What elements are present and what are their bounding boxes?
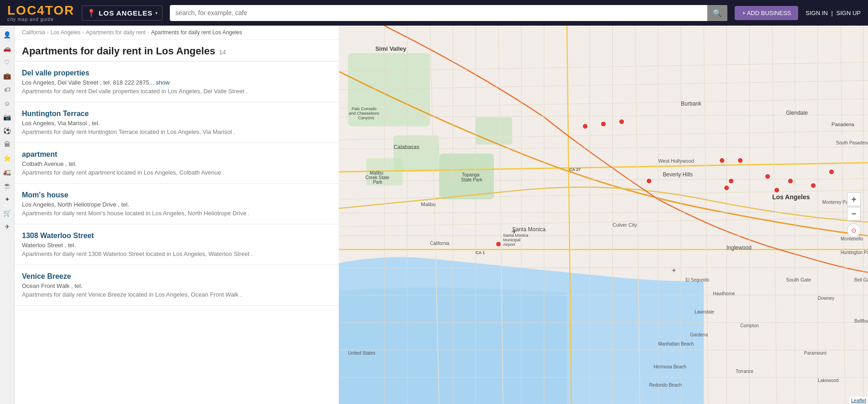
svg-text:Glendale: Glendale bbox=[786, 110, 808, 116]
zoom-out-button[interactable]: − bbox=[847, 207, 861, 221]
svg-point-87 bbox=[788, 178, 793, 184]
search-bar: 🔍 bbox=[170, 5, 727, 21]
city-name: LOS ANGELES bbox=[99, 9, 153, 17]
leaflet-link[interactable]: Leaflet bbox=[851, 398, 866, 403]
listing-item[interactable]: Huntington Terrace Los Angeles, Via Mari… bbox=[15, 102, 339, 143]
svg-text:Torrance: Torrance bbox=[736, 369, 753, 374]
svg-text:Pasadena: Pasadena bbox=[831, 122, 854, 127]
listing-address: Los Angeles, Via Marisol , tel. bbox=[22, 120, 331, 127]
listing-name: 1308 Waterloo Street bbox=[22, 232, 331, 240]
sidebar-icon-car[interactable]: 🚗 bbox=[2, 43, 13, 54]
location-selector[interactable]: 📍 LOS ANGELES ▾ bbox=[82, 5, 163, 21]
sign-in-link[interactable]: SIGN IN bbox=[805, 10, 827, 16]
search-input[interactable] bbox=[170, 5, 707, 20]
svg-text:Los Angeles: Los Angeles bbox=[772, 193, 810, 201]
listing-name: Venice Breeze bbox=[22, 272, 331, 281]
svg-text:Paramount: Paramount bbox=[804, 351, 826, 356]
svg-point-88 bbox=[810, 183, 816, 188]
svg-text:State Park: State Park bbox=[461, 177, 483, 182]
breadcrumb-current: Apartments for daily rent Los Angeles bbox=[151, 29, 242, 36]
svg-text:Park: Park bbox=[373, 180, 383, 185]
listing-name: Del valle properties bbox=[22, 69, 331, 77]
sidebar-icon-cart[interactable]: 🛒 bbox=[2, 207, 13, 218]
svg-text:Hawthorne: Hawthorne bbox=[713, 291, 735, 296]
listing-name: Huntington Terrace bbox=[22, 110, 331, 118]
listing-description: Apartments for daily rent 1308 Waterloo … bbox=[22, 250, 331, 257]
logo[interactable]: LOC4TOR city map and guide bbox=[7, 4, 74, 22]
svg-text:✈: ✈ bbox=[672, 267, 676, 274]
svg-point-93 bbox=[496, 241, 501, 247]
svg-point-82 bbox=[601, 121, 606, 127]
breadcrumb-apartments[interactable]: Apartments for daily rent bbox=[86, 29, 146, 36]
listing-item[interactable]: apartment Colbath Avenue , tel. Apartmen… bbox=[15, 143, 339, 184]
auth-separator: | bbox=[831, 10, 833, 16]
sign-up-link[interactable]: SIGN UP bbox=[836, 10, 861, 16]
svg-point-92 bbox=[646, 178, 652, 184]
svg-point-94 bbox=[829, 169, 834, 175]
listing-description: Apartments for daily rent apartment loca… bbox=[22, 169, 331, 176]
compass-button[interactable]: ⊙ bbox=[847, 223, 861, 237]
breadcrumb-california[interactable]: California bbox=[22, 29, 45, 36]
svg-text:Culver City: Culver City bbox=[612, 222, 637, 228]
sidebar-icon-star[interactable]: ⭐ bbox=[2, 153, 13, 164]
listing-description: Apartments for daily rent Venice Breeze … bbox=[22, 291, 331, 298]
sidebar-icon-plane[interactable]: ✈ bbox=[2, 221, 13, 232]
sidebar-icon-puzzle[interactable]: ✦ bbox=[2, 194, 13, 205]
listing-item[interactable]: Del valle properties Los Angeles, Del Va… bbox=[15, 62, 339, 102]
svg-text:Manhattan Beach: Manhattan Beach bbox=[658, 341, 694, 346]
breadcrumb-sep-3: › bbox=[147, 29, 149, 36]
svg-text:Santa Monica: Santa Monica bbox=[512, 226, 546, 233]
chevron-down-icon: ▾ bbox=[155, 11, 158, 16]
sidebar-icon-briefcase[interactable]: 💼 bbox=[2, 70, 13, 81]
svg-text:South Gate: South Gate bbox=[786, 277, 811, 282]
sidebar-icon-heart[interactable]: ♡ bbox=[2, 57, 13, 68]
sidebar-icon-coffee[interactable]: ☕ bbox=[2, 180, 13, 191]
breadcrumb-los-angeles[interactable]: Los Angeles bbox=[51, 29, 80, 36]
svg-text:Burbank: Burbank bbox=[681, 101, 701, 107]
listing-description: Apartments for daily rent Mom's house lo… bbox=[22, 210, 331, 217]
logo-title: LOC4TOR bbox=[7, 4, 74, 17]
listing-item[interactable]: 1308 Waterloo Street Waterloo Street , t… bbox=[15, 224, 339, 265]
svg-text:Downey: Downey bbox=[818, 296, 834, 301]
svg-text:Calabasas: Calabasas bbox=[394, 144, 420, 150]
listing-item[interactable]: Mom's house Los Angeles, North Heliotrop… bbox=[15, 184, 339, 224]
svg-text:Santa Monica: Santa Monica bbox=[503, 233, 528, 238]
auth-links: SIGN IN | SIGN UP bbox=[805, 10, 861, 16]
header: LOC4TOR city map and guide 📍 LOS ANGELES… bbox=[0, 0, 868, 26]
listing-item[interactable]: Venice Breeze Ocean Front Walk , tel. Ap… bbox=[15, 265, 339, 306]
listing-description: Apartments for daily rent Huntington Ter… bbox=[22, 128, 331, 135]
svg-text:Simi Valley: Simi Valley bbox=[375, 45, 407, 52]
add-business-button[interactable]: + ADD BUSINESS bbox=[735, 6, 798, 20]
svg-text:Lawndale: Lawndale bbox=[694, 309, 714, 314]
svg-text:Topanga: Topanga bbox=[462, 172, 480, 177]
svg-text:CA 27: CA 27 bbox=[569, 167, 581, 172]
sidebar-icon-tag[interactable]: 🏷 bbox=[2, 84, 13, 95]
sidebar-icon-camera[interactable]: 📷 bbox=[2, 112, 13, 122]
svg-text:Compton: Compton bbox=[740, 323, 759, 328]
svg-text:Huntington Park: Huntington Park bbox=[841, 250, 868, 255]
breadcrumb-sep-2: › bbox=[82, 29, 84, 36]
sidebar-icon-building[interactable]: 🏛 bbox=[2, 139, 13, 150]
icon-sidebar: 👤 🚗 ♡ 💼 🏷 ☺ 📷 ⚽ 🏛 ⭐ 🚛 ☕ ✦ 🛒 ✈ bbox=[0, 26, 15, 404]
map-container[interactable]: Simi Valley Burbank Glendale Pasadena So… bbox=[339, 26, 868, 404]
page-title-area: Apartments for daily rent in Los Angeles… bbox=[15, 40, 339, 62]
sidebar-icon-truck[interactable]: 🚛 bbox=[2, 166, 13, 177]
svg-text:Gardena: Gardena bbox=[690, 332, 708, 337]
show-phone-link[interactable]: show bbox=[156, 79, 169, 86]
svg-text:Bell Gardens: Bell Gardens bbox=[854, 277, 868, 282]
sidebar-icon-person[interactable]: 👤 bbox=[2, 29, 13, 40]
zoom-in-button[interactable]: + bbox=[847, 192, 861, 206]
search-button[interactable]: 🔍 bbox=[707, 5, 727, 21]
sidebar-icon-football[interactable]: ⚽ bbox=[2, 125, 13, 136]
pin-icon: 📍 bbox=[87, 9, 96, 17]
listing-address: Los Angeles, Del Valle Street , tel. 818… bbox=[22, 79, 331, 86]
map-area: Simi Valley Burbank Glendale Pasadena So… bbox=[339, 26, 868, 404]
listings-list: Del valle properties Los Angeles, Del Va… bbox=[15, 62, 339, 306]
listing-address: Los Angeles, North Heliotrope Drive , te… bbox=[22, 201, 331, 208]
sidebar-icon-smiley[interactable]: ☺ bbox=[2, 98, 13, 109]
listing-address: Waterloo Street , tel. bbox=[22, 242, 331, 249]
listing-name: Mom's house bbox=[22, 191, 331, 199]
svg-text:Lakewood: Lakewood bbox=[818, 378, 839, 383]
svg-text:El Segundo: El Segundo bbox=[685, 277, 709, 282]
svg-text:Redondo Beach: Redondo Beach bbox=[649, 383, 682, 388]
